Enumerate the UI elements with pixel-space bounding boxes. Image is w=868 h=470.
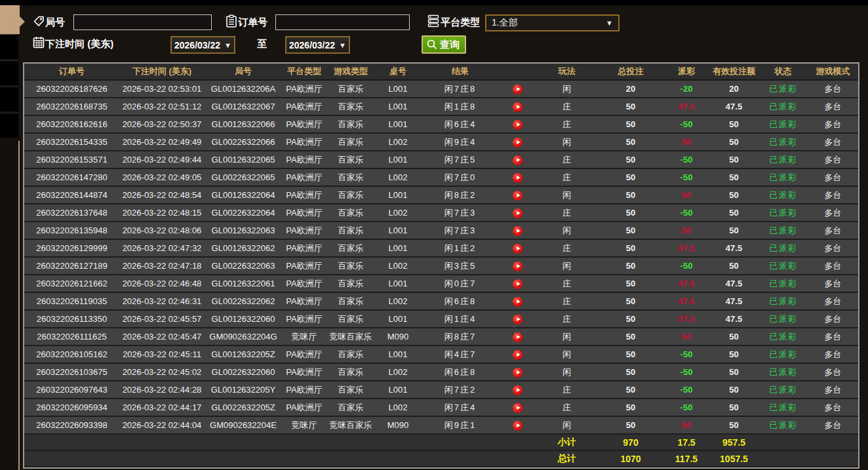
cell-valid: 50 — [709, 204, 759, 222]
top-strip — [0, 0, 868, 5]
replay-play-icon[interactable] — [513, 297, 523, 307]
cell-order: 260322026153571 — [24, 151, 119, 168]
order-input[interactable] — [275, 14, 410, 30]
replay-play-icon[interactable] — [513, 244, 523, 254]
cell-mode: 多台 — [808, 363, 858, 381]
cell-bet: 50 — [598, 186, 663, 204]
cell-replay — [500, 310, 536, 328]
cell-table: L002 — [375, 204, 421, 222]
replay-play-icon[interactable] — [513, 385, 523, 395]
cell-payout: -50 — [663, 381, 709, 399]
cell-mode: 多台 — [808, 399, 858, 416]
cell-valid: 47.5 — [709, 310, 759, 328]
replay-play-icon[interactable] — [513, 155, 523, 165]
col-header-game: 游戏类型 — [326, 64, 375, 80]
cell-valid: 50 — [709, 222, 759, 239]
cell-play: 闲 — [536, 416, 598, 434]
replay-play-icon[interactable] — [513, 315, 523, 324]
cell-game: 百家乐 — [326, 98, 375, 115]
cell-status: 已派彩 — [759, 381, 808, 399]
cell-platform: 竞咪厅 — [282, 328, 326, 345]
cell-play: 闲 — [536, 186, 598, 204]
cell-payout: 47.5 — [663, 239, 709, 257]
cell-play: 闲 — [536, 80, 598, 98]
cell-mode: 多台 — [808, 98, 858, 115]
record-row: 2603220260933982026-03-22 02:44:04GM0902… — [24, 416, 858, 434]
cell-time: 2026-03-22 02:49:05 — [119, 168, 205, 186]
cell-mode: 多台 — [808, 345, 858, 363]
replay-play-icon[interactable] — [513, 421, 523, 431]
cell-payout: -50 — [663, 257, 709, 275]
rail-menu-block[interactable] — [0, 113, 18, 138]
cell-game: 百家乐 — [326, 292, 375, 310]
col-header-replay — [500, 64, 536, 80]
cell-valid: 50 — [709, 115, 759, 133]
replay-play-icon[interactable] — [513, 262, 523, 271]
replay-play-icon[interactable] — [513, 403, 523, 413]
cell-mode: 多台 — [808, 239, 858, 257]
cell-bet: 50 — [598, 310, 663, 328]
total-label: 总计 — [536, 450, 598, 467]
cell-bet: 50 — [598, 292, 663, 310]
cell-result: 闲6庄8 — [421, 292, 500, 310]
date-to-select[interactable]: 2026/03/22 ▼ — [285, 36, 350, 54]
cell-play: 闲 — [536, 222, 598, 239]
replay-play-icon[interactable] — [513, 102, 523, 112]
replay-play-icon[interactable] — [513, 226, 523, 236]
cell-round: GL00126322065 — [205, 151, 282, 168]
cell-platform: PA欧洲厅 — [282, 151, 326, 168]
cell-bet: 50 — [598, 222, 663, 239]
cell-payout: -50 — [663, 363, 709, 381]
cell-play: 庄 — [536, 151, 598, 168]
cell-valid: 50 — [709, 416, 759, 434]
cell-mode: 多台 — [808, 115, 858, 133]
replay-play-icon[interactable] — [513, 332, 523, 342]
platform-select-value: 1.全部 — [492, 17, 518, 29]
date-from-select[interactable]: 2026/03/22 ▼ — [170, 36, 235, 54]
cell-payout: -50 — [663, 204, 709, 222]
cell-status: 已派彩 — [759, 115, 808, 133]
cell-result: 闲1庄8 — [421, 98, 500, 115]
replay-play-icon[interactable] — [513, 138, 523, 147]
cell-replay — [500, 399, 536, 416]
rail-menu-block[interactable] — [0, 87, 18, 111]
betting-records-page: 局号 订单号 平台类型 1.全部 ▼ 下注时间 (美东) 2026/03/22 … — [0, 0, 868, 470]
order-filter-label: 订单号 — [238, 16, 267, 29]
round-input[interactable] — [73, 14, 212, 30]
replay-play-icon[interactable] — [513, 279, 523, 289]
rail-menu-block[interactable] — [0, 34, 18, 59]
replay-play-icon[interactable] — [513, 173, 523, 183]
replay-play-icon[interactable] — [513, 368, 523, 378]
record-row: 2603220261116252026-03-22 02:45:47GM0902… — [24, 328, 858, 345]
cell-order: 260322026105162 — [24, 345, 119, 363]
record-row: 2603220261271892026-03-22 02:47:18GL0022… — [24, 257, 858, 275]
replay-play-icon[interactable] — [513, 208, 523, 218]
cell-table: L002 — [375, 292, 421, 310]
replay-play-icon[interactable] — [513, 120, 523, 130]
replay-play-icon[interactable] — [513, 85, 523, 94]
cell-payout: 47.5 — [663, 275, 709, 292]
cell-time: 2026-03-22 02:44:17 — [119, 399, 205, 416]
cell-play: 庄 — [536, 239, 598, 257]
replay-play-icon[interactable] — [513, 350, 523, 360]
total-row: 总计 1070 117.5 1057.5 — [24, 450, 858, 467]
replay-play-icon[interactable] — [513, 191, 523, 201]
cell-replay — [500, 98, 536, 115]
cell-game: 百家乐 — [326, 345, 375, 363]
cell-payout: 47.5 — [663, 98, 709, 115]
cell-status: 已派彩 — [759, 168, 808, 186]
cell-valid: 47.5 — [709, 292, 759, 310]
cell-order: 260322026097643 — [24, 381, 119, 399]
cell-game: 百家乐 — [326, 204, 375, 222]
cell-replay — [500, 222, 536, 239]
search-button-label: 查询 — [440, 39, 460, 51]
rail-menu-block[interactable] — [0, 60, 18, 85]
cell-game: 百家乐 — [326, 133, 375, 151]
platform-select[interactable]: 1.全部 ▼ — [485, 14, 620, 31]
cell-valid: 47.5 — [709, 275, 759, 292]
search-button[interactable]: 查询 — [422, 35, 466, 54]
cell-replay — [500, 275, 536, 292]
cell-order: 260322026093398 — [24, 416, 119, 434]
cell-order: 260322026154335 — [24, 133, 119, 151]
record-row: 2603220261543352026-03-22 02:49:49GL0022… — [24, 133, 858, 151]
